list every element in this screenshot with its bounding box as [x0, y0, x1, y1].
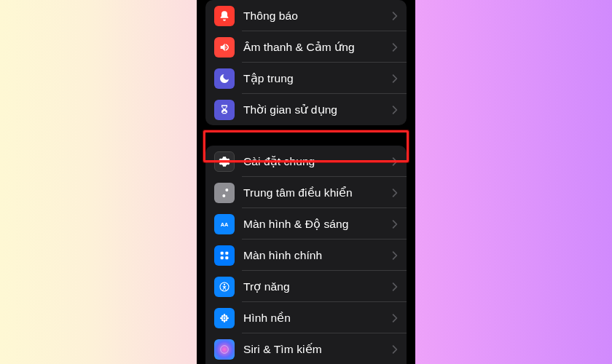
chevron-right-icon	[392, 344, 398, 355]
svg-point-11	[224, 320, 226, 323]
svg-point-18	[221, 345, 229, 353]
row-notifications[interactable]: Thông báo	[205, 0, 407, 31]
moon-icon	[214, 68, 235, 89]
svg-rect-5	[221, 256, 224, 259]
row-wallpaper[interactable]: Hình nền	[205, 302, 407, 333]
row-accessibility[interactable]: Trợ năng	[205, 271, 407, 302]
svg-point-10	[224, 314, 226, 317]
grid-apps-icon	[214, 245, 235, 266]
chevron-right-icon	[392, 250, 398, 261]
flower-icon	[214, 308, 235, 328]
chevron-right-icon	[392, 188, 398, 198]
svg-point-1	[223, 194, 225, 197]
row-label: Tập trung	[243, 72, 392, 85]
display-brightness-icon: AA	[214, 214, 235, 234]
row-label: Hình nền	[243, 312, 392, 325]
row-label: Trợ năng	[243, 280, 392, 293]
svg-text:AA: AA	[221, 221, 229, 228]
row-control-center[interactable]: Trung tâm điều khiển	[205, 177, 407, 208]
row-label: Thời gian sử dụng	[243, 103, 392, 116]
chevron-right-icon	[392, 157, 398, 167]
svg-rect-4	[225, 251, 228, 254]
svg-point-8	[224, 283, 225, 285]
row-focus[interactable]: Tập trung	[205, 63, 407, 94]
row-display[interactable]: AA Màn hình & Độ sáng	[205, 208, 407, 240]
speaker-icon	[214, 37, 235, 58]
hourglass-icon	[214, 100, 235, 120]
accessibility-icon	[214, 277, 235, 297]
row-label: Siri & Tìm kiếm	[243, 343, 392, 356]
svg-rect-3	[221, 251, 224, 254]
chevron-right-icon	[392, 219, 398, 229]
svg-point-12	[220, 317, 223, 319]
row-label: Màn hình & Độ sáng	[243, 218, 392, 231]
svg-point-13	[226, 317, 229, 319]
svg-rect-6	[225, 256, 228, 259]
siri-icon	[214, 339, 235, 360]
gear-icon	[214, 151, 235, 172]
settings-group-1: Thông báo Âm thanh & Cảm ứng Tập trung T…	[205, 0, 407, 125]
svg-point-9	[224, 317, 226, 319]
row-label: Âm thanh & Cảm ứng	[243, 41, 392, 54]
row-label: Thông báo	[243, 9, 392, 23]
row-label: Trung tâm điều khiển	[243, 186, 392, 199]
chevron-right-icon	[392, 105, 398, 115]
bell-icon	[214, 6, 235, 26]
svg-point-0	[226, 189, 228, 191]
settings-group-2: Cài đặt chung Trung tâm điều khiển AA Mà…	[205, 146, 407, 364]
row-home-screen[interactable]: Màn hình chính	[205, 240, 407, 271]
settings-screen: Thông báo Âm thanh & Cảm ứng Tập trung T…	[197, 0, 415, 364]
row-screen-time[interactable]: Thời gian sử dụng	[205, 94, 407, 125]
row-siri[interactable]: Siri & Tìm kiếm	[205, 333, 407, 364]
row-sounds[interactable]: Âm thanh & Cảm ứng	[205, 31, 407, 63]
chevron-right-icon	[392, 74, 398, 84]
chevron-right-icon	[392, 42, 398, 52]
row-label: Cài đặt chung	[243, 155, 392, 168]
row-general[interactable]: Cài đặt chung	[205, 146, 407, 177]
chevron-right-icon	[392, 282, 398, 292]
row-label: Màn hình chính	[243, 249, 392, 262]
sliders-icon	[214, 183, 235, 203]
chevron-right-icon	[392, 11, 398, 21]
chevron-right-icon	[392, 313, 398, 323]
